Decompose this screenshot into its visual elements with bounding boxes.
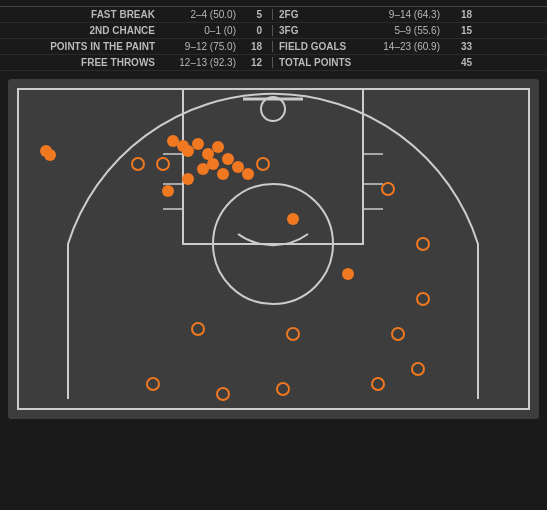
made-shot (197, 163, 209, 175)
left-ma-2: 9–12 (75.0) (155, 41, 240, 52)
left-label-1: 2ND CHANCE (25, 25, 155, 36)
made-shot (44, 149, 56, 161)
made-shot (242, 168, 254, 180)
made-shot (232, 161, 244, 173)
made-shot (162, 185, 174, 197)
stats-row: FREE THROWS 12–13 (92.3) 12 TOTAL POINTS… (0, 55, 547, 71)
stats-row: FAST BREAK 2–4 (50.0) 5 2FG 9–14 (64.3) … (0, 7, 547, 23)
left-label-2: POINTS IN THE PAINT (25, 41, 155, 52)
right-ma-0: 9–14 (64.3) (359, 9, 444, 20)
left-ma-0: 2–4 (50.0) (155, 9, 240, 20)
right-ma-2: 14–23 (60.9) (359, 41, 444, 52)
court-svg (8, 79, 539, 419)
right-label-1: 3FG (279, 25, 359, 36)
right-label-2: FIELD GOALS (279, 41, 359, 52)
left-ma-1: 0–1 (0) (155, 25, 240, 36)
stats-row: POINTS IN THE PAINT 9–12 (75.0) 18 FIELD… (0, 39, 547, 55)
made-shot (212, 141, 224, 153)
made-shot (182, 173, 194, 185)
right-pts-2: 33 (444, 41, 472, 52)
right-ma-1: 5–9 (55.6) (359, 25, 444, 36)
stats-row: 2ND CHANCE 0–1 (0) 0 3FG 5–9 (55.6) 15 (0, 23, 547, 39)
left-ma-3: 12–13 (92.3) (155, 57, 240, 68)
left-pts-2: 18 (240, 41, 268, 52)
stats-panel: FAST BREAK 2–4 (50.0) 5 2FG 9–14 (64.3) … (0, 0, 547, 419)
right-pts-1: 15 (444, 25, 472, 36)
made-shot (222, 153, 234, 165)
left-pts-3: 12 (240, 57, 268, 68)
made-shot (217, 168, 229, 180)
court-container (8, 79, 539, 419)
left-pts-0: 5 (240, 9, 268, 20)
svg-rect-0 (8, 79, 539, 419)
made-shot (182, 145, 194, 157)
left-pts-1: 0 (240, 25, 268, 36)
right-label-3: TOTAL POINTS (279, 57, 359, 68)
right-label-0: 2FG (279, 9, 359, 20)
made-shot (192, 138, 204, 150)
made-shot (342, 268, 354, 280)
right-pts-3: 45 (444, 57, 472, 68)
stats-rows: FAST BREAK 2–4 (50.0) 5 2FG 9–14 (64.3) … (0, 7, 547, 71)
left-label-0: FAST BREAK (25, 9, 155, 20)
made-shot (287, 213, 299, 225)
left-label-3: FREE THROWS (25, 57, 155, 68)
right-pts-0: 18 (444, 9, 472, 20)
